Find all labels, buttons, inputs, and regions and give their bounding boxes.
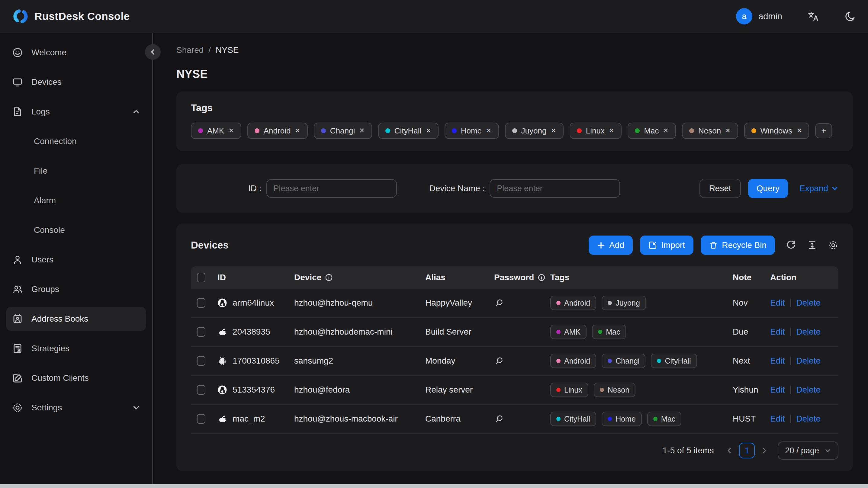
topbar-right: a admin [736, 8, 856, 25]
table-header-row: IDDeviceAliasPasswordTagsNoteAction [191, 266, 838, 289]
add-label: Add [609, 240, 624, 250]
table-settings-icon[interactable] [828, 240, 838, 250]
row-height-icon[interactable] [807, 240, 817, 250]
remove-tag-icon[interactable]: ✕ [725, 127, 731, 134]
remove-tag-icon[interactable]: ✕ [228, 127, 234, 134]
tags-card-title: Tags [191, 102, 838, 114]
tag-chip-changi[interactable]: Changi✕ [314, 123, 372, 139]
tag-color-dot [657, 359, 661, 363]
horizontal-scrollbar[interactable] [0, 484, 868, 488]
tags-cell: AndroidJuyong [544, 296, 727, 310]
remove-tag-icon[interactable]: ✕ [295, 127, 300, 134]
prev-page-icon[interactable] [722, 447, 737, 454]
select-all-checkbox[interactable] [197, 273, 205, 282]
delete-link[interactable]: Delete [796, 327, 820, 337]
sidebar-item-groups[interactable]: Groups [6, 277, 146, 301]
remove-tag-icon[interactable]: ✕ [797, 127, 802, 134]
remove-tag-icon[interactable]: ✕ [609, 127, 614, 134]
tag-chip-neson: Neson [594, 383, 636, 397]
sidebar-item-strategies[interactable]: Strategies [6, 336, 146, 361]
sidebar-item-users[interactable]: Users [6, 248, 146, 272]
page-number-button[interactable]: 1 [739, 443, 755, 458]
tag-color-dot [635, 128, 640, 133]
delete-link[interactable]: Delete [796, 356, 820, 366]
username[interactable]: admin [758, 11, 782, 22]
tag-chip-juyong[interactable]: Juyong✕ [505, 123, 564, 139]
delete-link[interactable]: Delete [796, 298, 820, 308]
sidebar-collapse-button[interactable] [145, 44, 161, 60]
translate-icon[interactable] [808, 10, 819, 22]
edit-link[interactable]: Edit [770, 385, 785, 395]
tag-chip-cityhall[interactable]: CityHall✕ [378, 123, 438, 139]
tag-chip-neson[interactable]: Neson✕ [682, 123, 738, 139]
page-size-value: 20 / page [785, 446, 819, 455]
tag-chip-amk[interactable]: AMK✕ [191, 123, 241, 139]
sidebar-subitem-alarm[interactable]: Alarm [6, 188, 146, 213]
breadcrumb-separator: / [208, 45, 211, 55]
remove-tag-icon[interactable]: ✕ [486, 127, 491, 134]
id-cell: 1700310865 [211, 356, 288, 366]
refresh-icon[interactable] [786, 240, 796, 250]
sidebar-subitem-console[interactable]: Console [6, 218, 146, 242]
sidebar-subitem-file[interactable]: File [6, 159, 146, 183]
row-checkbox[interactable] [197, 385, 205, 395]
edit-link[interactable]: Edit [770, 298, 785, 308]
tag-chip-mac[interactable]: Mac✕ [628, 123, 676, 139]
sidebar-item-settings[interactable]: Settings [6, 396, 146, 420]
tag-chip-home: Home [601, 411, 642, 426]
tag-label: Mac [661, 415, 675, 423]
view-password-icon[interactable] [494, 298, 504, 308]
tag-color-dot [600, 388, 604, 392]
sidebar-subitem-connection[interactable]: Connection [6, 129, 146, 153]
tag-chip-windows[interactable]: Windows✕ [744, 123, 809, 139]
remove-tag-icon[interactable]: ✕ [426, 127, 431, 134]
sidebar-item-welcome[interactable]: Welcome [6, 40, 146, 65]
tag-label: Mac [606, 328, 620, 336]
device-name-filter-input[interactable] [490, 179, 620, 198]
trash-icon [709, 241, 718, 249]
id-cell: mac_m2 [211, 414, 288, 424]
tag-label: CityHall [395, 126, 422, 135]
row-checkbox[interactable] [197, 327, 205, 337]
recycle-bin-label: Recycle Bin [722, 240, 767, 250]
edit-link[interactable]: Edit [770, 327, 785, 337]
row-checkbox[interactable] [197, 356, 205, 366]
remove-tag-icon[interactable]: ✕ [663, 127, 669, 134]
sidebar-item-devices[interactable]: Devices [6, 70, 146, 94]
remove-tag-icon[interactable]: ✕ [359, 127, 365, 134]
row-checkbox[interactable] [197, 414, 205, 424]
add-tag-button[interactable]: + [815, 123, 832, 138]
row-checkbox[interactable] [197, 298, 205, 308]
view-password-icon[interactable] [494, 414, 504, 424]
recycle-bin-button[interactable]: Recycle Bin [701, 236, 775, 255]
next-page-icon[interactable] [757, 447, 772, 454]
remove-tag-icon[interactable]: ✕ [551, 127, 556, 134]
import-button[interactable]: Import [640, 236, 693, 255]
sidebar-item-logs[interactable]: Logs [6, 100, 146, 124]
user-avatar[interactable]: a [736, 8, 752, 25]
row-checkbox-cell [191, 356, 211, 366]
sidebar-item-custom-clients[interactable]: Custom Clients [6, 366, 146, 390]
edit-link[interactable]: Edit [770, 356, 785, 366]
pagination-summary: 1-5 of 5 items [663, 446, 714, 455]
edit-link[interactable]: Edit [770, 414, 785, 424]
tag-chip-android[interactable]: Android✕ [247, 123, 308, 139]
id-filter-input[interactable] [267, 179, 397, 198]
device-cell: sansumg2 [288, 356, 419, 366]
tag-chip-linux[interactable]: Linux✕ [569, 123, 622, 139]
linux-os-icon [217, 385, 227, 395]
delete-link[interactable]: Delete [796, 414, 820, 424]
breadcrumb-parent[interactable]: Shared [176, 45, 204, 55]
tag-chip-home[interactable]: Home✕ [444, 123, 499, 139]
page-size-select[interactable]: 20 / page [778, 441, 838, 460]
delete-link[interactable]: Delete [796, 385, 820, 395]
query-button[interactable]: Query [748, 179, 788, 198]
note: Next [733, 356, 750, 366]
expand-link[interactable]: Expand [800, 184, 838, 193]
dark-mode-icon[interactable] [844, 10, 856, 22]
info-icon[interactable] [325, 274, 333, 281]
view-password-icon[interactable] [494, 356, 504, 366]
sidebar-item-address-books[interactable]: Address Books [6, 307, 146, 331]
add-button[interactable]: Add [589, 236, 633, 255]
reset-button[interactable]: Reset [700, 179, 741, 198]
